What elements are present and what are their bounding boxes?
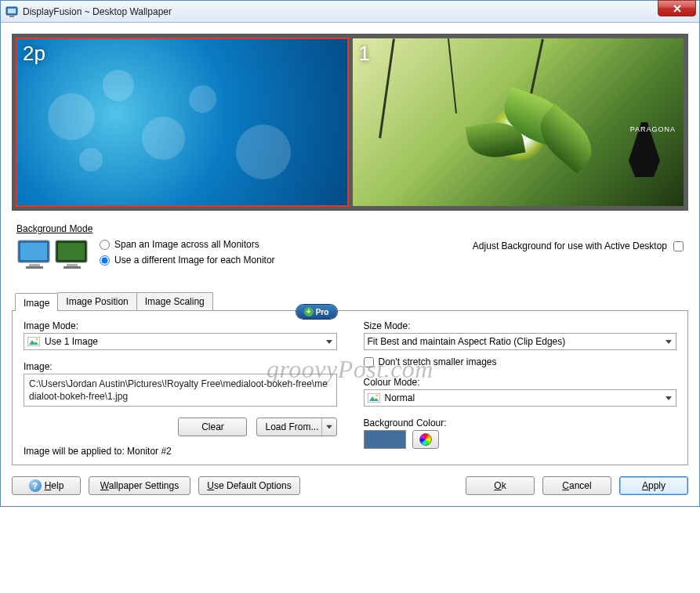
- use-default-options-button[interactable]: Use Default Options: [198, 476, 300, 495]
- svg-rect-9: [67, 264, 78, 266]
- svg-rect-8: [58, 243, 85, 260]
- radio-different-image-input[interactable]: [100, 255, 110, 266]
- app-icon: [5, 5, 18, 18]
- svg-rect-10: [63, 266, 81, 269]
- chevron-down-icon: [326, 425, 332, 429]
- background-mode-label: Background Mode: [16, 223, 688, 234]
- size-mode-combo[interactable]: Fit Best and maintain Aspect Ratio (Clip…: [364, 333, 677, 350]
- monitor-preview-label: 2p: [23, 42, 45, 66]
- chevron-down-icon: [322, 334, 336, 349]
- monitor-preview-2[interactable]: 2p: [16, 38, 348, 206]
- cancel-button[interactable]: Cancel: [542, 476, 611, 495]
- chevron-down-icon: [662, 390, 676, 406]
- applied-to-note: Image will be applied to: Monitor #2: [24, 446, 337, 457]
- background-mode-row: Span an Image across all Monitors Use a …: [12, 237, 688, 272]
- monitor-preview-1[interactable]: 1 PARAGONA: [353, 38, 684, 206]
- svg-rect-5: [29, 264, 40, 266]
- plus-icon: +: [304, 307, 314, 316]
- image-mode-value: Use 1 Image: [45, 336, 98, 347]
- dont-stretch-checkbox[interactable]: [364, 357, 374, 367]
- dont-stretch-row[interactable]: Don't stretch smaller images: [364, 356, 677, 367]
- radio-span-image[interactable]: Span an Image across all Monitors: [100, 239, 275, 250]
- monitor-blue-icon: [16, 237, 54, 272]
- radio-different-image[interactable]: Use a different Image for each Monitor: [100, 255, 275, 266]
- background-colour-label: Background Colour:: [364, 418, 677, 428]
- image-label: Image:: [24, 361, 337, 372]
- svg-point-13: [36, 338, 38, 341]
- svg-rect-6: [26, 266, 43, 269]
- pro-badge: + Pro: [296, 305, 337, 319]
- radio-span-image-label: Span an Image across all Monitors: [114, 239, 259, 250]
- svg-rect-4: [20, 243, 47, 260]
- adjust-background-label: Adjust Background for use with Active De…: [473, 240, 667, 251]
- svg-rect-1: [8, 9, 16, 13]
- dialog-content: groovyPost.com 2p 1: [1, 23, 699, 506]
- image-path-box[interactable]: C:\Users\Jordan Austin\Pictures\!Royalty…: [24, 374, 337, 407]
- tab-image-scaling[interactable]: Image Scaling: [136, 292, 213, 310]
- colour-picker-button[interactable]: [412, 430, 439, 449]
- preview-brand-text: PARAGONA: [630, 125, 676, 133]
- titlebar: DisplayFusion ~ Desktop Wallpaper: [1, 1, 699, 23]
- bottom-bar: ? Help Wallpaper Settings Use Default Op…: [12, 476, 688, 495]
- background-colour-swatch[interactable]: [364, 430, 406, 449]
- close-icon: [673, 5, 681, 13]
- ok-button[interactable]: Ok: [466, 476, 535, 495]
- svg-point-16: [375, 395, 378, 397]
- close-button[interactable]: [658, 0, 696, 16]
- help-button-label: elp: [51, 480, 63, 491]
- dialog-window: DisplayFusion ~ Desktop Wallpaper groovy…: [0, 0, 700, 507]
- pro-badge-label: Pro: [316, 308, 329, 316]
- svg-rect-11: [27, 337, 40, 346]
- tab-image-position[interactable]: Image Position: [57, 292, 136, 310]
- wallpaper-settings-button[interactable]: Wallpaper Settings: [89, 476, 190, 495]
- help-button[interactable]: ? Help: [12, 476, 81, 495]
- radio-span-image-input[interactable]: [100, 240, 110, 250]
- chevron-down-icon: [662, 334, 676, 349]
- colour-mode-combo[interactable]: Normal: [364, 389, 677, 407]
- tab-panel-image: + Pro Image Mode: Use 1 Image: [12, 310, 688, 465]
- image-mode-combo[interactable]: Use 1 Image: [24, 333, 337, 350]
- adjust-background-checkbox[interactable]: [673, 241, 684, 251]
- adjust-background-row: Adjust Background for use with Active De…: [473, 237, 688, 251]
- preview-frame: 2p 1 PAR: [12, 34, 688, 211]
- load-from-button-label: Load From...: [265, 421, 318, 432]
- window-title: DisplayFusion ~ Desktop Wallpaper: [23, 6, 172, 17]
- size-mode-label: Size Mode:: [364, 320, 677, 331]
- colour-wheel-icon: [419, 433, 432, 446]
- help-icon: ?: [29, 479, 42, 492]
- dont-stretch-label: Don't stretch smaller images: [379, 356, 497, 367]
- tabs: Image Image Position Image Scaling + Pro…: [12, 292, 688, 465]
- radio-different-image-label: Use a different Image for each Monitor: [114, 255, 275, 266]
- tab-image[interactable]: Image: [15, 293, 58, 311]
- picture-icon: [27, 337, 40, 346]
- background-mode-icons: [16, 237, 92, 272]
- picture-icon: [368, 393, 380, 403]
- apply-button[interactable]: Apply: [619, 476, 688, 495]
- clear-button[interactable]: Clear: [178, 418, 247, 436]
- size-mode-value: Fit Best and maintain Aspect Ratio (Clip…: [368, 336, 566, 347]
- svg-rect-2: [9, 16, 14, 17]
- colour-mode-label: Colour Mode:: [364, 377, 677, 388]
- svg-rect-14: [368, 393, 380, 403]
- monitor-green-icon: [54, 237, 92, 272]
- image-mode-label: Image Mode:: [24, 320, 337, 331]
- colour-mode-value: Normal: [385, 392, 415, 403]
- load-from-button[interactable]: Load From...: [256, 418, 336, 436]
- monitor-preview-label: 1: [359, 42, 370, 66]
